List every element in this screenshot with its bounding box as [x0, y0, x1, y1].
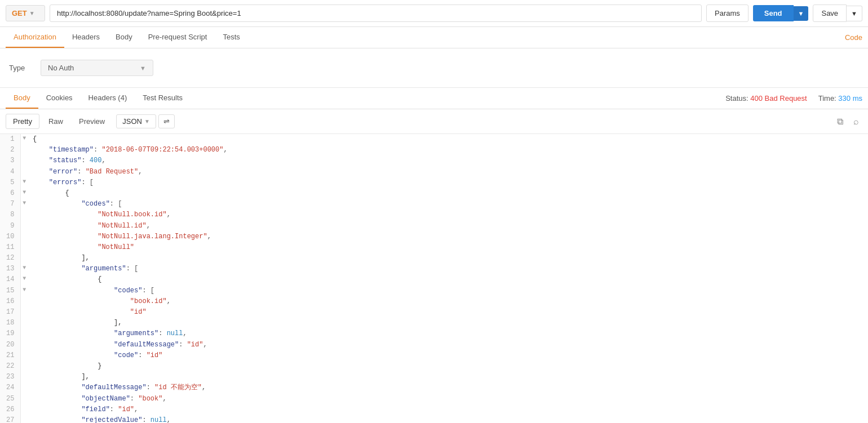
- line-content: }: [28, 361, 868, 372]
- response-tab-body[interactable]: Body: [6, 88, 38, 109]
- line-content: "NotNull.book.id",: [28, 210, 868, 220]
- send-dropdown-button[interactable]: ▼: [794, 6, 809, 21]
- table-row: 8 "NotNull.book.id",: [0, 210, 868, 220]
- search-button[interactable]: ⌕: [850, 115, 862, 128]
- tab-body[interactable]: Body: [108, 27, 140, 48]
- method-label: GET: [12, 9, 27, 17]
- auth-section: Type No Auth ▼: [0, 48, 868, 88]
- save-dropdown-button[interactable]: ▼: [847, 6, 862, 21]
- table-row: 26 "field": "id",: [0, 404, 868, 415]
- fold-indicator: [20, 210, 28, 220]
- line-content: "rejectedValue": null,: [28, 415, 868, 423]
- fold-indicator: [20, 415, 28, 423]
- time-value: 330 ms: [838, 94, 862, 103]
- table-row: 17 "id": [0, 307, 868, 318]
- body-tab-pretty[interactable]: Pretty: [6, 114, 39, 129]
- line-number: 26: [0, 404, 20, 415]
- table-row: 27 "rejectedValue": null,: [0, 415, 868, 423]
- tab-pre-request-script[interactable]: Pre-request Script: [140, 27, 215, 48]
- code-table: 1▼{2 "timestamp": "2018-06-07T09:22:54.0…: [0, 134, 868, 423]
- line-content: ],: [28, 253, 868, 264]
- table-row: 19 "arguments": null,: [0, 328, 868, 339]
- line-content: ],: [28, 318, 868, 328]
- line-number: 17: [0, 307, 20, 318]
- line-content: ],: [28, 372, 868, 382]
- line-content: "field": "id",: [28, 404, 868, 415]
- method-chevron: ▼: [29, 10, 35, 16]
- format-select[interactable]: JSON ▼: [116, 114, 156, 128]
- line-number: 14: [0, 274, 20, 285]
- fold-indicator: [20, 382, 28, 393]
- line-number: 13: [0, 264, 20, 274]
- line-number: 5: [0, 177, 20, 188]
- line-number: 16: [0, 296, 20, 307]
- auth-type-select[interactable]: No Auth ▼: [41, 60, 153, 76]
- response-tab-cookies[interactable]: Cookies: [38, 88, 81, 109]
- line-content: "timestamp": "2018-06-07T09:22:54.003+00…: [28, 145, 868, 155]
- fold-indicator: [20, 307, 28, 318]
- line-content: "code": "id": [28, 350, 868, 361]
- body-toolbar-right: ⧉ ⌕: [834, 115, 862, 128]
- line-content: "NotNull.java.lang.Integer",: [28, 231, 868, 242]
- body-tab-raw[interactable]: Raw: [42, 114, 70, 128]
- line-content: "book.id",: [28, 296, 868, 307]
- fold-indicator: [20, 145, 28, 155]
- wrap-button[interactable]: ⇌: [158, 114, 175, 128]
- line-number: 11: [0, 242, 20, 253]
- table-row: 24 "defaultMessage": "id 不能为空",: [0, 382, 868, 393]
- auth-type-label: Type: [9, 64, 32, 72]
- code-link[interactable]: Code: [845, 33, 862, 42]
- response-tab-test-results[interactable]: Test Results: [135, 88, 191, 109]
- fold-indicator[interactable]: ▼: [20, 199, 28, 210]
- status-text: Status:: [725, 94, 748, 103]
- line-content: {: [28, 134, 868, 145]
- auth-row: Type No Auth ▼: [9, 60, 859, 76]
- fold-indicator[interactable]: ▼: [20, 188, 28, 199]
- line-number: 1: [0, 134, 20, 145]
- send-button[interactable]: Send: [753, 5, 794, 21]
- tab-authorization[interactable]: Authorization: [6, 27, 64, 48]
- line-number: 18: [0, 318, 20, 328]
- copy-button[interactable]: ⧉: [834, 115, 847, 128]
- line-content: "objectName": "book",: [28, 394, 868, 404]
- line-number: 25: [0, 394, 20, 404]
- fold-indicator: [20, 328, 28, 339]
- params-button[interactable]: Params: [706, 5, 749, 22]
- line-number: 23: [0, 372, 20, 382]
- line-number: 15: [0, 286, 20, 296]
- save-button[interactable]: Save: [813, 5, 847, 22]
- time-label: Time: 330 ms: [818, 94, 862, 103]
- line-number: 12: [0, 253, 20, 264]
- line-content: "NotNull.id",: [28, 221, 868, 231]
- fold-indicator: [20, 155, 28, 166]
- fold-indicator[interactable]: ▼: [20, 274, 28, 285]
- response-tab-headers[interactable]: Headers (4): [81, 88, 135, 109]
- table-row: 21 "code": "id": [0, 350, 868, 361]
- fold-indicator: [20, 296, 28, 307]
- table-row: 14▼ {: [0, 274, 868, 285]
- fold-indicator: [20, 253, 28, 264]
- table-row: 23 ],: [0, 372, 868, 382]
- time-text: Time:: [818, 94, 836, 103]
- body-tab-preview[interactable]: Preview: [72, 114, 112, 128]
- fold-indicator[interactable]: ▼: [20, 264, 28, 274]
- tab-tests[interactable]: Tests: [215, 27, 247, 48]
- line-number: 27: [0, 415, 20, 423]
- url-input[interactable]: [50, 5, 702, 22]
- fold-indicator[interactable]: ▼: [20, 177, 28, 188]
- line-content: {: [28, 274, 868, 285]
- fold-indicator: [20, 221, 28, 231]
- line-content: "defaultMessage": "id 不能为空",: [28, 382, 868, 393]
- fold-indicator: [20, 242, 28, 253]
- fold-indicator[interactable]: ▼: [20, 286, 28, 296]
- code-area[interactable]: 1▼{2 "timestamp": "2018-06-07T09:22:54.0…: [0, 134, 868, 423]
- format-label: JSON: [122, 117, 142, 126]
- table-row: 25 "objectName": "book",: [0, 394, 868, 404]
- line-number: 2: [0, 145, 20, 155]
- method-select[interactable]: GET ▼: [6, 5, 45, 21]
- fold-indicator[interactable]: ▼: [20, 134, 28, 145]
- auth-type-chevron: ▼: [140, 65, 146, 72]
- fold-indicator: [20, 231, 28, 242]
- tab-headers[interactable]: Headers: [64, 27, 108, 48]
- send-btn-group: Send ▼: [753, 5, 809, 21]
